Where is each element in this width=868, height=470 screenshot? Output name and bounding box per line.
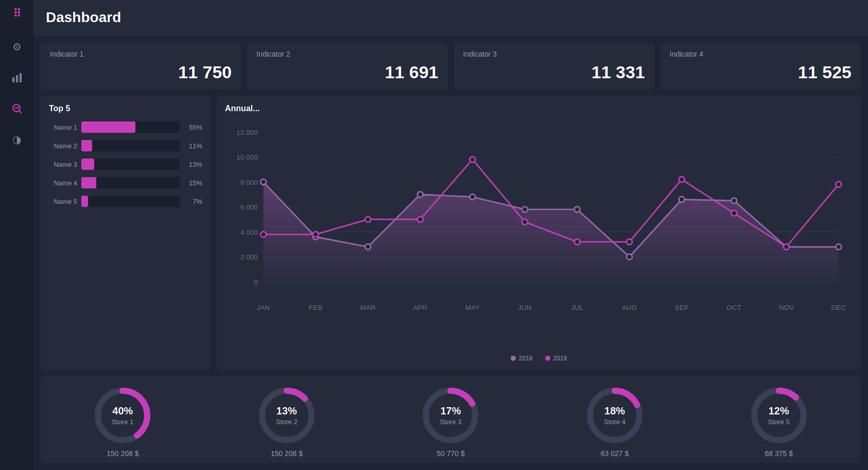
- indicator-value-2: 11 691: [256, 62, 438, 82]
- legend-dot-2019: [545, 356, 550, 361]
- legend-dot-2018: [511, 356, 516, 361]
- svg-rect-2: [20, 73, 22, 82]
- indicators-row: Indicator 1 11 750 Indicator 2 11 691 In…: [41, 43, 861, 90]
- chart-bar-icon[interactable]: [7, 68, 27, 88]
- svg-point-35: [470, 194, 475, 200]
- bar-label-2: Name 2: [49, 142, 77, 150]
- svg-point-40: [731, 198, 737, 203]
- indicator-value-1: 11 750: [50, 62, 232, 82]
- svg-text:MAY: MAY: [465, 304, 480, 311]
- svg-point-49: [575, 239, 580, 245]
- annual-chart-panel: Annual... 02 0004 0006 0008 00010 00012 …: [217, 96, 861, 370]
- bar-pct-5: 7%: [184, 198, 202, 205]
- indicator-card-3: Indicator 3 11 331: [454, 43, 654, 90]
- donut-center-3: 17% Store 3: [440, 405, 462, 426]
- line-chart-svg: 02 0004 0006 0008 00010 00012 000JANFEBM…: [225, 121, 853, 317]
- svg-text:10 000: 10 000: [236, 153, 257, 161]
- svg-rect-1: [16, 75, 18, 82]
- indicator-label-3: Indicator 3: [463, 50, 645, 58]
- donut-amount-3: 50 770 $: [437, 449, 465, 458]
- bar-item-4: Name 4 15%: [49, 177, 202, 188]
- indicator-value-4: 11 525: [670, 62, 852, 82]
- donut-store-name-3: Store 3: [440, 418, 462, 426]
- indicator-card-1: Indicator 1 11 750: [41, 43, 241, 90]
- annual-chart-title: Annual...: [225, 104, 853, 113]
- donut-store-name-5: Store 5: [768, 418, 790, 426]
- svg-text:0: 0: [254, 278, 258, 286]
- svg-text:SEP: SEP: [675, 304, 689, 311]
- svg-text:JUN: JUN: [518, 304, 531, 311]
- donut-store-name-2: Store 2: [276, 418, 298, 426]
- svg-text:NOV: NOV: [779, 304, 794, 311]
- svg-text:JAN: JAN: [257, 304, 270, 311]
- stores-row: 40% Store 1 150 208 $ 13% Store 2 150 20…: [41, 376, 861, 463]
- bar-item-1: Name 1 55%: [49, 121, 202, 133]
- main-content: Dashboard Indicator 1 11 750 Indicator 2…: [33, 0, 868, 470]
- svg-point-51: [679, 177, 685, 182]
- bar-track-1: [81, 121, 180, 133]
- bar-label-1: Name 1: [49, 124, 77, 131]
- donut-item-5: 12% Store 5 68 375 $: [697, 385, 861, 458]
- donut-pct-1: 40%: [112, 405, 133, 417]
- settings-icon[interactable]: ⚙: [7, 37, 27, 57]
- bar-pct-2: 11%: [184, 142, 202, 150]
- top5-title: Top 5: [49, 104, 202, 113]
- bar-pct-3: 13%: [184, 161, 202, 168]
- svg-text:12 000: 12 000: [236, 129, 257, 136]
- bar-fill-5: [81, 196, 88, 207]
- svg-point-43: [261, 232, 266, 237]
- line-chart-container: 02 0004 0006 0008 00010 00012 000JANFEBM…: [225, 121, 853, 353]
- donut-item-3: 17% Store 3 50 770 $: [369, 385, 533, 458]
- svg-point-38: [627, 254, 632, 260]
- donut-amount-2: 150 208 $: [271, 449, 303, 458]
- donut-center-1: 40% Store 1: [112, 405, 133, 426]
- donut-wrapper-5: 12% Store 5: [748, 385, 810, 446]
- page-title: Dashboard: [46, 9, 856, 26]
- donut-pct-4: 18%: [604, 405, 626, 417]
- bar-item-5: Name 5 7%: [49, 196, 202, 207]
- legend-label-2019: 2019: [553, 355, 567, 362]
- bar-chart: Name 1 55% Name 2 11% Name 3 13% Name 4 …: [49, 121, 202, 214]
- donut-item-2: 13% Store 2 150 208 $: [205, 385, 369, 458]
- indicator-card-4: Indicator 4 11 525: [661, 43, 861, 90]
- middle-row: Top 5 Name 1 55% Name 2 11% Name 3 13% N…: [41, 96, 861, 370]
- indicator-label-2: Indicator 2: [256, 50, 438, 58]
- bar-label-4: Name 4: [49, 179, 77, 187]
- donut-wrapper-4: 18% Store 4: [584, 385, 646, 446]
- bar-fill-2: [81, 140, 92, 151]
- legend-item-2019: 2019: [545, 355, 567, 362]
- donut-pct-2: 13%: [276, 405, 298, 417]
- bar-track-3: [81, 159, 180, 170]
- donut-wrapper-2: 13% Store 2: [256, 385, 318, 446]
- donut-wrapper-3: 17% Store 3: [420, 385, 481, 446]
- bar-item-3: Name 3 13%: [49, 159, 202, 170]
- svg-text:APR: APR: [413, 304, 427, 311]
- svg-text:JUL: JUL: [571, 304, 584, 311]
- legend-label-2018: 2018: [519, 355, 533, 362]
- legend-item-2018: 2018: [511, 355, 533, 362]
- bar-track-4: [81, 177, 180, 188]
- svg-text:DEC: DEC: [831, 304, 846, 311]
- contrast-icon[interactable]: ◑: [7, 130, 27, 149]
- svg-point-36: [522, 206, 528, 212]
- svg-text:8 000: 8 000: [240, 179, 258, 186]
- indicator-label-1: Indicator 1: [50, 50, 232, 58]
- svg-point-42: [836, 244, 841, 250]
- svg-text:AUG: AUG: [622, 304, 637, 311]
- donut-store-name-1: Store 1: [112, 418, 133, 426]
- search-analytics-icon[interactable]: [7, 99, 27, 118]
- bar-label-3: Name 3: [49, 161, 77, 168]
- donut-wrapper-1: 40% Store 1: [92, 385, 153, 446]
- svg-text:OCT: OCT: [726, 304, 741, 311]
- header: Dashboard: [33, 0, 868, 36]
- donut-item-4: 18% Store 4 63 027 $: [533, 385, 697, 458]
- donut-item-1: 40% Store 1 150 208 $: [41, 385, 205, 458]
- svg-point-45: [365, 217, 371, 222]
- donut-center-5: 12% Store 5: [768, 405, 790, 426]
- indicator-card-2: Indicator 2 11 691: [247, 43, 447, 90]
- bar-pct-1: 55%: [184, 124, 202, 131]
- svg-point-47: [470, 156, 475, 162]
- svg-text:FEB: FEB: [309, 304, 322, 311]
- svg-point-54: [836, 182, 841, 187]
- svg-point-46: [418, 217, 423, 222]
